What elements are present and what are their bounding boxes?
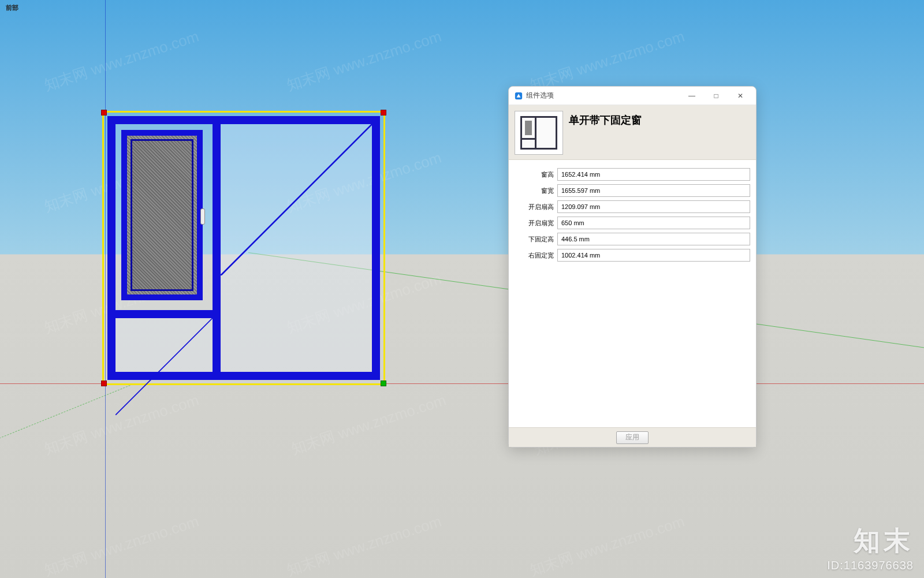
window-screen-mesh — [131, 139, 193, 291]
component-name: 单开带下固定窗 — [569, 111, 642, 155]
component-thumbnail — [515, 111, 563, 155]
field-row: 窗高 — [515, 168, 750, 181]
axis-green-near — [0, 384, 133, 449]
field-row: 开启扇高 — [515, 200, 750, 213]
selection-handle-tl[interactable] — [101, 110, 107, 115]
brand-logo-text: 知末 — [827, 523, 914, 559]
window-handle-icon — [200, 208, 205, 225]
dialog-body: 窗高 窗宽 开启扇高 开启扇宽 下固定高 右固定宽 — [509, 160, 756, 427]
selection-handle-br[interactable] — [381, 381, 386, 386]
sketchup-viewport[interactable]: 知末网 www.znzmo.com知末网 www.znzmo.com知末网 ww… — [0, 0, 924, 578]
field-row: 下固定高 — [515, 233, 750, 245]
selection-handle-bl[interactable] — [101, 381, 107, 386]
field-label: 窗高 — [515, 170, 557, 179]
field-label: 下固定高 — [515, 235, 557, 244]
view-label: 前部 — [6, 3, 18, 12]
field-row: 窗宽 — [515, 184, 750, 197]
window-fixed-right-pane — [221, 124, 372, 372]
window-component[interactable] — [107, 116, 380, 380]
field-input-window-width[interactable] — [557, 184, 750, 197]
selection-handle-tr[interactable] — [381, 110, 386, 115]
minimize-icon: — — [688, 92, 695, 100]
field-input-bottom-fixed-height[interactable] — [557, 233, 750, 245]
field-label: 开启扇高 — [515, 203, 557, 211]
dialog-titlebar[interactable]: 组件选项 — □ ✕ — [509, 87, 756, 105]
field-label: 窗宽 — [515, 187, 557, 195]
apply-button[interactable]: 应用 — [616, 431, 649, 444]
svg-line-0 — [221, 124, 372, 275]
dialog-footer: 应用 — [509, 427, 756, 447]
glass-diagonal-icon — [221, 124, 372, 275]
watermark-brand: 知末 ID:1163976638 — [827, 523, 914, 572]
selection-bounding-box[interactable] — [102, 111, 385, 385]
field-input-window-height[interactable] — [557, 168, 750, 181]
window-vertical-mullion — [213, 123, 221, 373]
window-fixed-bottom-pane — [116, 318, 213, 372]
app-icon — [515, 92, 523, 100]
field-label: 右固定宽 — [515, 251, 557, 260]
glass-diagonal-icon — [116, 318, 213, 415]
field-label: 开启扇宽 — [515, 219, 557, 228]
window-transom — [114, 310, 213, 318]
window-operable-sash — [121, 130, 203, 300]
window-maximize-button[interactable]: □ — [704, 88, 728, 104]
dialog-header: 单开带下固定窗 — [509, 105, 756, 160]
close-icon: ✕ — [737, 92, 743, 100]
field-input-sash-width[interactable] — [557, 217, 750, 229]
field-row: 右固定宽 — [515, 249, 750, 262]
field-row: 开启扇宽 — [515, 217, 750, 229]
maximize-icon: □ — [714, 92, 718, 100]
dialog-title: 组件选项 — [526, 91, 554, 100]
field-input-sash-height[interactable] — [557, 200, 750, 213]
window-close-button[interactable]: ✕ — [728, 88, 752, 104]
field-input-right-fixed-width[interactable] — [557, 249, 750, 262]
component-options-dialog[interactable]: 组件选项 — □ ✕ 单开带下固定窗 窗高 窗宽 开启 — [508, 86, 757, 448]
window-minimize-button[interactable]: — — [680, 88, 704, 104]
brand-id-text: ID:1163976638 — [827, 559, 914, 572]
svg-line-1 — [116, 318, 213, 415]
